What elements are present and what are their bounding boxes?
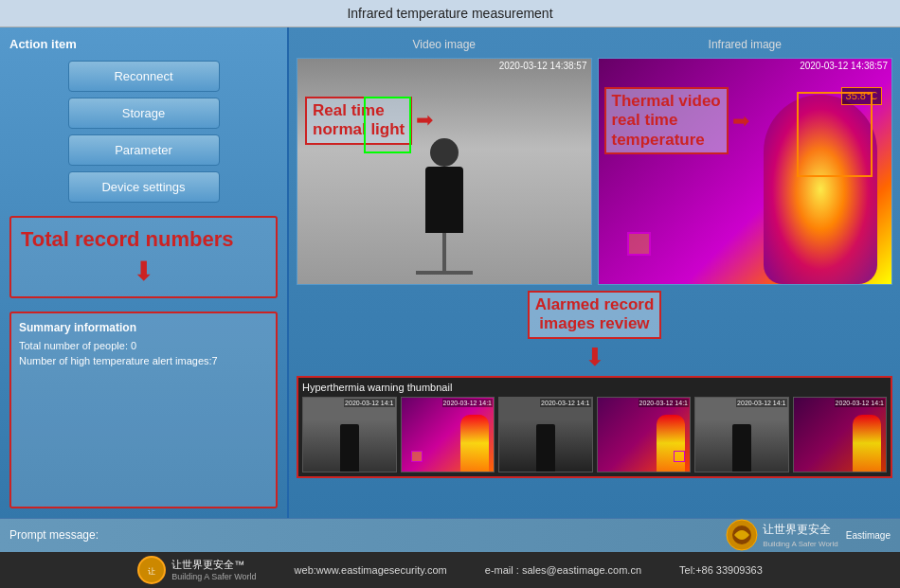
logo-icon (725, 518, 759, 552)
thermal-label: Thermal video real time temperature (604, 87, 729, 154)
thumb-5[interactable]: 2020-03-12 14:1 (694, 397, 789, 472)
thumbnails-row: 2020-03-12 14:1 2020-03-12 14:1 2020-03-… (302, 397, 887, 472)
prompt-bar: Prompt message: 让世界更安全 Building A Safer … (0, 518, 900, 552)
logo-text: 让世界更安全 Building A Safer World (763, 522, 837, 548)
thermal-timestamp: 2020-03-12 14:38:57 (800, 61, 888, 71)
footer: 让 让世界更安全™ Building A Safer World web:www… (0, 552, 900, 588)
total-record-label: Total record numbers (21, 227, 266, 252)
thermal-annotation: Thermal video real time temperature ➡ (604, 87, 749, 154)
thumb-2[interactable]: 2020-03-12 14:1 (401, 397, 495, 472)
thumb-3[interactable]: 2020-03-12 14:1 (498, 397, 593, 472)
svg-text:让: 让 (148, 567, 155, 576)
footer-brand-cn: 让世界更安全™ (171, 558, 256, 572)
thermal-line3: temperature (612, 131, 721, 150)
prompt-label: Prompt message: (9, 528, 99, 542)
right-panel: Video image Infrared image 2020-03-12 14… (289, 27, 900, 518)
thermal-line1: Thermal video (612, 92, 721, 111)
thumb-6[interactable]: 2020-03-12 14:1 (793, 397, 888, 472)
logo-area: 让世界更安全 Building A Safer World Eastimage (725, 518, 891, 552)
summary-alerts: Number of high temperature alert images:… (19, 355, 268, 366)
thermal-video: 2020-03-12 14:38:57 35.8℃ Thermal video … (598, 58, 893, 285)
parameter-button[interactable]: Parameter (68, 134, 220, 166)
infrared-image-label: Infrared image (709, 38, 782, 51)
device-settings-button[interactable]: Device settings (68, 171, 220, 203)
thermal-arrow-right: ➡ (732, 109, 749, 134)
thumbnail-section: Hyperthermia warning thumbnail 2020-03-1… (297, 376, 892, 478)
footer-logo-icon: 让 (137, 556, 166, 584)
alarmed-label-row: Alarmed record images review (297, 291, 892, 339)
thermal-face-box (797, 92, 873, 177)
app-title: Infrared temperature measurement (347, 6, 552, 21)
footer-tel: Tel:+86 33909363 (679, 564, 763, 576)
video-image-label: Video image (413, 38, 477, 51)
videos-row: 2020-03-12 14:38:57 Real time (297, 58, 892, 285)
alarmed-line2: images review (535, 314, 655, 333)
footer-brand-en: Building A Safer World (171, 572, 256, 581)
thermal-line2: real time (612, 111, 721, 130)
left-panel: Action item Reconnect Storage Parameter … (0, 27, 289, 518)
eastimage-text: Eastimage (846, 530, 891, 541)
summary-people: Total number of people: 0 (19, 340, 268, 351)
total-record-box: Total record numbers ⬇ (9, 216, 278, 298)
summary-title: Summary information (19, 321, 268, 334)
normal-arrow-right: ➡ (416, 108, 433, 133)
footer-logo: 让 让世界更安全™ Building A Safer World (137, 556, 256, 584)
alarmed-label: Alarmed record images review (528, 291, 662, 339)
action-item-label: Action item (9, 37, 278, 51)
face-detection-box (364, 97, 411, 153)
arrow-down-icon: ⬇ (21, 256, 266, 287)
storage-button[interactable]: Storage (68, 98, 220, 129)
thumb-4[interactable]: 2020-03-12 14:1 (597, 397, 692, 472)
alarmed-arrow-down: ⬇ (297, 343, 892, 372)
normal-video: 2020-03-12 14:38:57 Real time (297, 58, 592, 285)
title-bar: Infrared temperature measurement (0, 0, 900, 27)
summary-box: Summary information Total number of peop… (9, 312, 278, 508)
alarmed-line1: Alarmed record (535, 295, 655, 314)
small-thermal-marker (627, 232, 651, 256)
reconnect-button[interactable]: Reconnect (68, 61, 220, 92)
thumb-1[interactable]: 2020-03-12 14:1 (302, 397, 397, 472)
footer-website: web:www.eastimagesecurity.com (295, 564, 447, 576)
alarmed-section: Alarmed record images review ⬇ Hyperther… (297, 291, 892, 478)
footer-email: e-mail : sales@eastimage.com.cn (485, 564, 641, 576)
normal-timestamp: 2020-03-12 14:38:57 (499, 61, 587, 71)
hyperthermia-label: Hyperthermia warning thumbnail (302, 382, 887, 393)
